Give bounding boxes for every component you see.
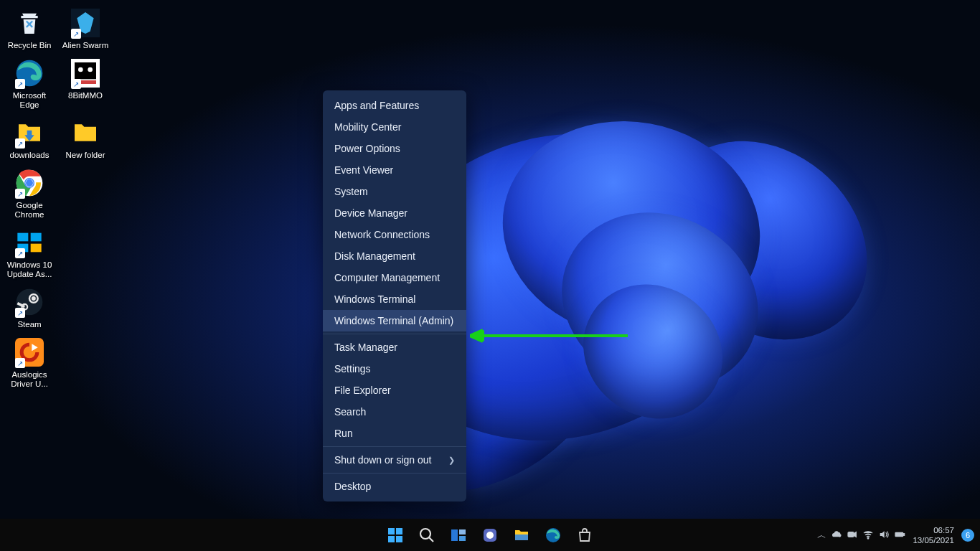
start-button[interactable] [381,521,410,550]
svg-rect-31 [515,534,528,540]
taskbar: ︿ 06:57 13/05/2021 6 [0,519,980,551]
desktop-icons: Recycle Bin ↗ Alien Swarm ↗ Microsoft Ed… [4,6,111,390]
desktop-icon-edge[interactable]: ↗ Microsoft Edge [4,56,55,111]
svg-rect-26 [451,529,458,541]
menu-item-event-viewer[interactable]: Event Viewer [323,159,466,181]
menu-separator [323,473,466,474]
desktop-icon-downloads[interactable]: ↗ downloads [4,116,55,161]
svg-rect-14 [31,244,42,253]
steam-icon: ↗ [14,286,45,318]
svg-rect-3 [75,62,96,79]
file-explorer-button[interactable] [507,521,536,550]
menu-item-windows-terminal[interactable]: Windows Terminal [323,288,466,310]
folder-downloads-icon: ↗ [14,117,45,149]
menu-item-run[interactable]: Run [323,423,466,444]
svg-rect-23 [388,536,395,542]
desktop-icon-win10-update[interactable]: ↗ Windows 10 Update As... [4,225,55,281]
windows-update-icon: ↗ [14,227,45,258]
task-view-button[interactable] [444,521,473,550]
8bitmmo-icon: ↗ [70,57,101,89]
menu-item-task-manager[interactable]: Task Manager [323,336,466,358]
auslogics-icon: ↗ [14,336,45,368]
icon-label: Microsoft Edge [5,91,54,110]
taskbar-pinned [381,521,599,550]
icon-label: Auslogics Driver U... [5,370,54,389]
menu-item-desktop[interactable]: Desktop [323,476,466,497]
icon-label: Recycle Bin [8,41,52,50]
winx-context-menu: Apps and Features Mobility Center Power … [323,90,466,501]
svg-point-30 [486,532,494,539]
svg-point-4 [78,67,83,72]
icon-label: Google Chrome [5,201,54,220]
menu-item-mobility-center[interactable]: Mobility Center [323,116,466,138]
svg-rect-33 [848,532,854,537]
svg-rect-22 [396,528,402,534]
svg-rect-27 [459,529,466,534]
edge-button[interactable] [539,521,567,550]
svg-point-5 [88,67,93,72]
volume-icon[interactable] [878,529,890,542]
edge-icon: ↗ [14,57,45,89]
menu-item-shut-down[interactable]: Shut down or sign out❯ [323,449,466,471]
widgets-button[interactable] [476,521,504,550]
chrome-icon: ↗ [14,167,45,199]
alien-swarm-icon: ↗ [70,7,101,39]
onedrive-icon[interactable] [831,529,842,542]
menu-separator [323,334,466,334]
desktop-icon-steam[interactable]: ↗ Steam [4,285,55,331]
menu-item-network-connections[interactable]: Network Connections [323,224,466,245]
svg-point-17 [32,296,36,301]
meet-now-icon[interactable] [847,529,858,542]
svg-rect-12 [31,233,42,242]
svg-rect-24 [396,536,402,542]
recycle-bin-icon [14,7,45,39]
icon-label: New folder [66,151,105,160]
svg-point-25 [420,529,430,539]
notification-badge[interactable]: 6 [961,529,974,542]
svg-rect-37 [897,533,903,535]
menu-item-windows-terminal-admin[interactable]: Windows Terminal (Admin) [323,310,466,331]
menu-item-settings[interactable]: Settings [323,358,466,380]
menu-item-device-manager[interactable]: Device Manager [323,202,466,224]
svg-rect-21 [388,528,395,534]
tray-chevron-icon[interactable]: ︿ [817,529,826,542]
store-button[interactable] [570,521,599,550]
icon-label: Windows 10 Update As... [5,260,54,279]
desktop-icon-alien-swarm[interactable]: ↗ Alien Swarm [60,6,111,52]
clock-date: 13/05/2021 [913,535,954,545]
desktop-icon-new-folder[interactable]: New folder [60,116,111,161]
svg-rect-11 [17,233,28,242]
menu-separator [323,446,466,447]
menu-item-search[interactable]: Search [323,401,466,423]
wifi-icon[interactable] [862,529,874,542]
menu-item-computer-management[interactable]: Computer Management [323,267,466,288]
taskbar-clock[interactable]: 06:57 13/05/2021 [913,525,954,545]
svg-rect-28 [459,536,466,541]
menu-item-system[interactable]: System [323,181,466,202]
icon-label: Steam [17,320,41,329]
desktop-icon-chrome[interactable]: ↗ Google Chrome [4,166,55,221]
annotation-arrow [470,329,628,343]
clock-time: 06:57 [913,525,954,535]
icon-label: downloads [10,151,50,160]
desktop-icon-auslogics[interactable]: ↗ Auslogics Driver U... [4,335,55,390]
svg-marker-20 [470,330,484,342]
svg-point-10 [26,179,33,187]
menu-item-disk-management[interactable]: Disk Management [323,245,466,267]
desktop-icon-recycle-bin[interactable]: Recycle Bin [4,6,55,52]
icon-label: 8BitMMO [68,91,103,100]
folder-icon [70,117,101,149]
svg-rect-36 [904,533,905,535]
menu-item-file-explorer[interactable]: File Explorer [323,380,466,401]
chevron-right-icon: ❯ [448,456,455,465]
search-button[interactable] [413,521,441,550]
menu-item-power-options[interactable]: Power Options [323,138,466,159]
icon-label: Alien Swarm [62,41,109,50]
svg-point-34 [868,537,870,539]
desktop-icon-8bitmmo[interactable]: ↗ 8BitMMO [60,56,111,111]
battery-icon[interactable] [894,529,905,542]
system-tray: ︿ 06:57 13/05/2021 6 [817,525,974,545]
menu-item-apps-features[interactable]: Apps and Features [323,95,466,116]
